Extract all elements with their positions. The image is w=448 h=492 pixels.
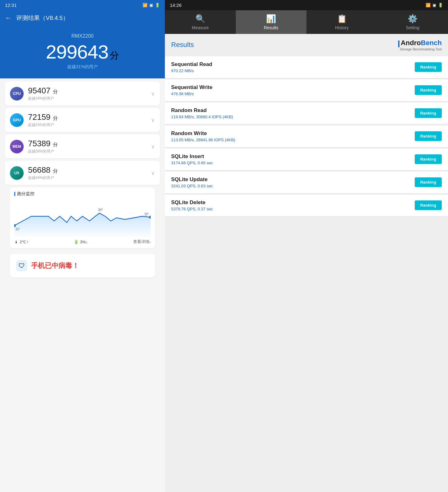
seq-read-ranking-button[interactable]: Ranking — [415, 62, 442, 72]
cpu-score-value: 95407 分 — [28, 86, 147, 96]
main-score: 299643 — [46, 41, 108, 63]
bench-seq-write-name: Sequential Write — [171, 84, 415, 91]
tab-setting[interactable]: ⚙️ Setting — [377, 10, 448, 34]
scores-section: CPU 95407 分 超越34%的用户 ∨ GPU 72159 分 超越24%… — [0, 78, 165, 492]
bench-row-seq-write: Sequential Write 476.96 MB/s Ranking — [165, 79, 448, 101]
mem-score-info: 75389 分 超越58%的用户 — [28, 139, 147, 154]
cpu-score-percent: 超越34%的用户 — [28, 96, 147, 101]
right-battery-icon: 🔋 — [438, 3, 443, 7]
logo-name: AndroBench — [398, 39, 442, 47]
history-icon: 📋 — [337, 14, 347, 24]
bench-rand-write-info: Random Write 113.05 MB/s, 28941.96 IOPS … — [171, 130, 415, 142]
gpu-badge: GPU — [10, 113, 24, 127]
mem-score-value: 75389 分 — [28, 139, 147, 148]
battery-info: 🔋 3%↓ — [74, 240, 88, 244]
temp-info: 🌡 2℃↑ — [14, 240, 29, 244]
divider-5 — [165, 171, 448, 171]
right-wifi-icon: 📶 — [426, 3, 431, 7]
bench-sqlite-update-info: SQLite Update 3241.03 QPS, 0.63 sec — [171, 176, 415, 188]
right-signal-icon: ▣ — [432, 3, 436, 7]
setting-icon: ⚙️ — [408, 14, 418, 24]
mem-score-row[interactable]: MEM 75389 分 超越58%的用户 ∨ — [5, 134, 160, 158]
svg-text:33°: 33° — [98, 208, 103, 212]
back-button[interactable]: ← — [5, 14, 12, 22]
bench-sqlite-delete-value: 5379.76 QPS, 0.37 sec — [171, 207, 415, 211]
temp-value: 2℃↑ — [20, 240, 29, 244]
bench-seq-write-info: Sequential Write 476.96 MB/s — [171, 84, 415, 96]
gpu-score-row[interactable]: GPU 72159 分 超越24%的用户 ∨ — [5, 108, 160, 132]
left-panel: 12:31 📶 ▣ 🔋 ← 评测结果（V8.4.5） RMX2200 29964… — [0, 0, 165, 492]
svg-text:31°: 31° — [16, 227, 20, 231]
right-time: 14:26 — [170, 2, 182, 8]
mem-badge: MEM — [10, 140, 24, 153]
bench-seq-write-value: 476.96 MB/s — [171, 91, 415, 96]
androbench-logo: AndroBench Storage Benchmarking Tool — [398, 39, 442, 51]
bench-sqlite-update-value: 3241.03 QPS, 0.63 sec — [171, 184, 415, 188]
sqlite-update-ranking-button[interactable]: Ranking — [415, 177, 442, 187]
divider-2 — [165, 102, 448, 102]
results-icon: 📊 — [266, 14, 276, 24]
bench-seq-read-info: Sequential Read 970.22 MB/s — [171, 61, 415, 73]
bench-row-sqlite-update: SQLite Update 3241.03 QPS, 0.63 sec Rank… — [165, 171, 448, 194]
ux-score-row[interactable]: UX 56688 分 超越44%的用户 ∨ — [5, 161, 160, 185]
tab-measure-label: Measure — [192, 25, 209, 30]
virus-text: 手机已中病毒！ — [31, 261, 79, 270]
bench-seq-read-value: 970.22 MB/s — [171, 68, 415, 73]
gpu-score-percent: 超越24%的用户 — [28, 122, 147, 128]
logo-main-text: AndroBench — [401, 39, 442, 47]
results-title: Results — [171, 41, 194, 49]
cpu-score-row[interactable]: CPU 95407 分 超越34%的用户 ∨ — [5, 82, 160, 105]
monitor-section: 跑分监控 31° — [10, 187, 155, 248]
score-subtitle: 超越31%的用户 — [67, 64, 98, 70]
results-header: Results AndroBench Storage Benchmarking … — [165, 34, 448, 56]
right-status-icons: 📶 ▣ 🔋 — [426, 3, 443, 7]
ux-chevron-icon: ∨ — [151, 170, 155, 176]
score-unit: 分 — [110, 50, 119, 60]
bench-row-rand-write: Random Write 113.05 MB/s, 28941.96 IOPS … — [165, 125, 448, 148]
bench-row-sqlite-delete: SQLite Delete 5379.76 QPS, 0.37 sec Rank… — [165, 194, 448, 217]
tab-history[interactable]: 📋 History — [306, 10, 377, 34]
tab-measure[interactable]: 🔍 Measure — [165, 10, 236, 34]
cpu-chevron-icon: ∨ — [151, 90, 155, 97]
bench-row-rand-read: Random Read 119.84 MB/s, 30680.4 IOPS (4… — [165, 102, 448, 124]
mem-score-percent: 超越58%的用户 — [28, 149, 147, 154]
svg-text:32°: 32° — [144, 212, 149, 216]
cpu-badge: CPU — [10, 87, 24, 101]
divider-4 — [165, 148, 448, 148]
logo-sub-text: Storage Benchmarking Tool — [400, 47, 442, 51]
bench-sqlite-update-name: SQLite Update — [171, 176, 415, 183]
bench-rand-read-name: Random Read — [171, 107, 415, 114]
tab-setting-label: Setting — [406, 25, 419, 30]
tab-history-label: History — [335, 25, 349, 30]
bench-sqlite-insert-info: SQLite Insert 3174.68 QPS, 0.65 sec — [171, 153, 415, 165]
divider-1 — [165, 79, 448, 79]
wifi-icon: 📶 — [142, 3, 147, 7]
rand-write-ranking-button[interactable]: Ranking — [415, 131, 442, 141]
left-page-title: 评测结果（V8.4.5） — [16, 14, 69, 22]
seq-write-ranking-button[interactable]: Ranking — [415, 85, 442, 95]
monitor-title: 跑分监控 — [14, 191, 151, 197]
ux-badge: UX — [10, 166, 24, 180]
divider-3 — [165, 125, 448, 125]
bench-rand-write-name: Random Write — [171, 130, 415, 137]
left-header: ← 评测结果（V8.4.5） — [0, 10, 165, 27]
measure-icon: 🔍 — [195, 14, 205, 24]
gpu-score-value: 72159 分 — [28, 112, 147, 122]
main-score-container: 299643 分 — [46, 41, 119, 63]
bench-sqlite-delete-name: SQLite Delete — [171, 199, 415, 206]
score-section: RMX2200 299643 分 超越31%的用户 — [0, 27, 165, 78]
logo-bar-icon — [398, 40, 399, 47]
mem-chevron-icon: ∨ — [151, 143, 155, 150]
bench-sqlite-delete-info: SQLite Delete 5379.76 QPS, 0.37 sec — [171, 199, 415, 211]
bench-row-seq-read: Sequential Read 970.22 MB/s Ranking — [165, 56, 448, 78]
ux-score-info: 56688 分 超越44%的用户 — [28, 165, 147, 180]
right-panel: 14:26 📶 ▣ 🔋 🔍 Measure 📊 Results 📋 Histor… — [165, 0, 448, 492]
tab-results[interactable]: 📊 Results — [236, 10, 307, 34]
battery-value: 3%↓ — [80, 240, 88, 244]
gpu-score-info: 72159 分 超越24%的用户 — [28, 112, 147, 128]
sqlite-delete-ranking-button[interactable]: Ranking — [415, 200, 442, 210]
left-time: 12:31 — [5, 2, 17, 8]
rand-read-ranking-button[interactable]: Ranking — [415, 108, 442, 118]
sqlite-insert-ranking-button[interactable]: Ranking — [415, 154, 442, 164]
detail-link[interactable]: 查看详情 › — [133, 239, 151, 245]
